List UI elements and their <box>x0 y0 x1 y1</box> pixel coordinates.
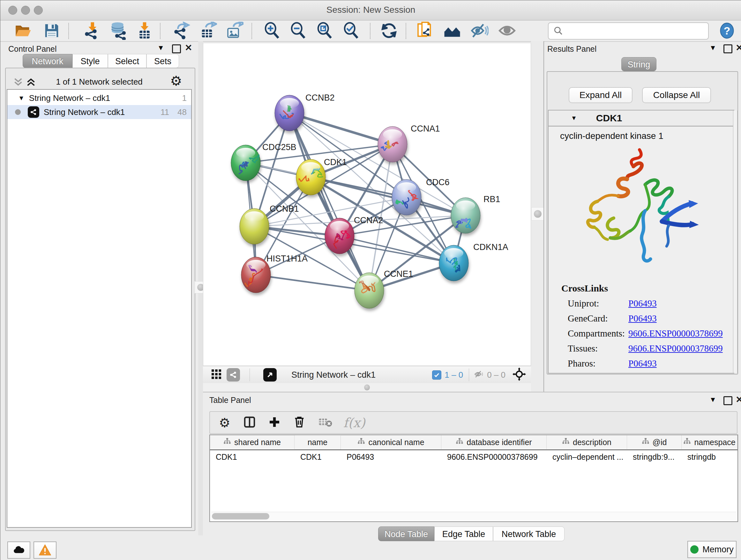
show-columns-icon[interactable] <box>243 416 256 430</box>
network-node-hist1h1a[interactable]: HIST1H1A <box>241 254 308 293</box>
network-node-cdkn1a[interactable]: CDKN1A <box>439 242 509 281</box>
column-header-name[interactable]: name <box>294 435 341 449</box>
crosslink-link[interactable]: 9606.ENSP00000378699 <box>628 343 723 354</box>
column-header-namespace[interactable]: namespace <box>682 435 738 449</box>
table-horizontal-scrollbar[interactable] <box>211 512 736 520</box>
control-panel-float-icon[interactable] <box>172 44 181 53</box>
show-all-panels-icon[interactable] <box>443 21 461 40</box>
function-builder-icon[interactable]: f(x) <box>343 415 365 430</box>
show-hidden-icon[interactable] <box>498 21 516 40</box>
network-node-cdc25b[interactable]: CDC25B <box>231 142 296 181</box>
results-panel-close-icon[interactable]: ✕ <box>736 44 741 52</box>
tab-edge-table[interactable]: Edge Table <box>434 526 493 541</box>
warning-status-button[interactable] <box>33 542 57 559</box>
delete-column-icon[interactable] <box>293 416 306 430</box>
table-cell[interactable]: stringdb <box>682 450 738 463</box>
cloud-status-button[interactable] <box>7 542 30 559</box>
table-cell[interactable]: stringdb:9... <box>627 450 682 463</box>
crosslink-link[interactable]: P06493 <box>628 298 657 309</box>
node-card-header[interactable]: ▼ CDK1 <box>549 111 734 126</box>
table-cell[interactable]: CDK1 <box>294 450 341 463</box>
network-edge[interactable] <box>256 275 369 291</box>
crosslink-link[interactable]: 9606.ENSP00000378699 <box>628 328 723 339</box>
zoom-fit-icon[interactable] <box>316 21 334 40</box>
collapse-all-networks-icon[interactable] <box>12 76 24 89</box>
results-scrollbar[interactable] <box>733 111 738 373</box>
expand-all-networks-icon[interactable] <box>25 76 37 89</box>
detach-view-icon[interactable] <box>263 368 277 381</box>
add-column-icon[interactable] <box>268 416 281 430</box>
table-cell[interactable]: CDK1 <box>210 450 294 463</box>
right-splitter[interactable] <box>531 41 543 392</box>
results-panel-float-icon[interactable] <box>724 44 732 53</box>
column-header-canonical-name[interactable]: canonical name <box>341 435 441 449</box>
zoom-selected-icon[interactable] <box>342 21 360 40</box>
table-cell[interactable]: cyclin–dependent ... <box>547 450 627 463</box>
import-table-file-icon[interactable] <box>135 21 154 40</box>
column-header-description[interactable]: description <box>547 435 627 449</box>
hidden-eye-icon[interactable] <box>474 369 484 381</box>
table-panel-close-icon[interactable]: ✕ <box>736 395 741 404</box>
export-network-icon[interactable] <box>172 21 191 40</box>
tab-node-table[interactable]: Node Table <box>378 526 434 541</box>
control-panel-menu-arrow-icon[interactable]: ▼ <box>157 44 164 52</box>
tab-sets[interactable]: Sets <box>146 54 179 68</box>
table-panel-float-icon[interactable] <box>724 396 732 405</box>
fit-content-crosshair-icon[interactable] <box>513 368 526 382</box>
apply-layout-icon[interactable] <box>380 21 398 40</box>
table-cell[interactable]: P06493 <box>341 450 441 463</box>
zoom-out-icon[interactable] <box>289 21 308 40</box>
import-network-file-icon[interactable] <box>83 21 101 40</box>
network-options-gear-icon[interactable]: ⚙ <box>170 73 182 89</box>
control-panel-close-icon[interactable]: ✕ <box>185 44 192 52</box>
table-panel-menu-arrow-icon[interactable]: ▼ <box>710 395 717 404</box>
network-node-rb1[interactable]: RB1 <box>451 194 500 233</box>
tab-style[interactable]: Style <box>72 54 108 68</box>
table-cell[interactable]: 9606.ENSP00000378699 <box>441 450 547 463</box>
network-edge[interactable] <box>289 113 369 291</box>
export-image-icon[interactable] <box>225 21 244 40</box>
search-input[interactable] <box>566 24 708 38</box>
open-session-icon[interactable] <box>14 21 32 40</box>
hide-selected-icon[interactable] <box>470 21 488 40</box>
horizontal-splitter[interactable] <box>203 383 531 392</box>
table-settings-gear-icon[interactable]: ⚙ <box>219 415 230 430</box>
left-splitter[interactable] <box>198 41 203 536</box>
table-row[interactable]: CDK1CDK1P064939606.ENSP00000378699cyclin… <box>210 450 738 465</box>
node-card-collapse-arrow-icon[interactable]: ▼ <box>571 115 577 122</box>
import-network-database-icon[interactable] <box>110 21 128 40</box>
crosslink-link[interactable]: P06493 <box>628 313 657 324</box>
clone-network-icon[interactable] <box>415 21 434 40</box>
help-icon[interactable]: ? <box>718 21 736 40</box>
tab-select[interactable]: Select <box>108 54 146 68</box>
network-node-ccne1[interactable]: CCNE1 <box>354 269 413 308</box>
save-session-icon[interactable] <box>43 21 61 40</box>
selected-checkbox-icon[interactable] <box>432 370 441 380</box>
birdseye-grid-icon[interactable] <box>211 368 222 381</box>
delete-table-icon[interactable] <box>319 415 333 430</box>
network-tree-selected-row[interactable]: String Network – cdk1 11 48 <box>7 105 191 119</box>
horizontal-splitter-handle[interactable] <box>364 384 370 390</box>
network-canvas[interactable]: CCNB2CCNA1CDC25BCDK1CDC6RB1CCNB1CCNA2CDK… <box>203 43 531 366</box>
right-splitter-handle[interactable] <box>531 207 544 221</box>
expand-all-button[interactable]: Expand All <box>569 87 632 103</box>
collapse-all-button[interactable]: Collapse All <box>642 87 711 103</box>
network-tree-root-row[interactable]: ▼ String Network – cdk1 1 <box>7 91 191 105</box>
tab-network-table[interactable]: Network Table <box>493 526 564 541</box>
network-edge[interactable] <box>289 113 393 144</box>
memory-status-button[interactable]: Memory <box>687 541 737 558</box>
zoom-in-icon[interactable] <box>263 21 281 40</box>
column-header-database-identifier[interactable]: database identifier <box>441 435 547 449</box>
network-node-ccna1[interactable]: CCNA1 <box>378 124 440 162</box>
column-header-shared-name[interactable]: shared name <box>210 435 294 449</box>
search-field[interactable] <box>548 22 709 40</box>
scrollbar-thumb[interactable] <box>212 513 269 519</box>
column-header--id[interactable]: @id <box>627 435 682 449</box>
crosslink-link[interactable]: P06493 <box>628 358 657 369</box>
network-overview-toggle-icon[interactable] <box>226 368 240 381</box>
results-panel-menu-arrow-icon[interactable]: ▼ <box>710 44 717 52</box>
tab-network[interactable]: Network <box>23 54 72 68</box>
export-table-icon[interactable] <box>199 21 217 40</box>
tree-expand-arrow-icon[interactable]: ▼ <box>18 95 24 102</box>
tab-string-results[interactable]: String <box>621 57 657 71</box>
